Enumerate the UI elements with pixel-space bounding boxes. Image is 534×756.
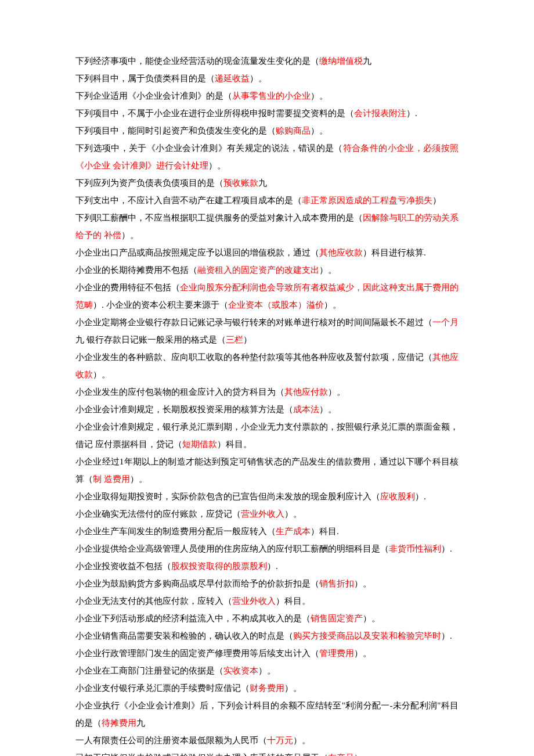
question-text: 九 — [258, 178, 267, 188]
text-line: 下列项目中，不属于小企业在进行企业所得税申报时需要提交资料的是（会计报表附注）. — [75, 105, 459, 122]
text-line: 小企业销售商品需要安装和检验的，确认收入的时点是（购买方接受商品以及安装和检验完… — [75, 627, 459, 645]
question-text: 小企业为鼓励购货方多购商品或尽早付款而给予的价款折扣是（ — [75, 579, 319, 588]
question-text: 小企业的费用特征不包括（ — [75, 283, 180, 292]
text-line: 小企业在工商部门注册登记的依据是（实收资本）。 — [75, 662, 459, 679]
question-text: 小企业定期将企业银行存款日记账记录与银行转来的对账单进行核对的时间间隔最长不超过… — [75, 318, 432, 327]
text-line: 小企业发生的各种赔款、应向职工收取的各种垫付款项等其他各种应收及暂付款项，应借记… — [75, 348, 459, 383]
question-text: 下列项目中，能同时引起资产和负债发生变化的是（ — [75, 126, 276, 135]
question-text: 小企业发生的各种赔款、应向职工收取的各种垫付款项等其他各种应收及暂付款项，应借记… — [75, 352, 432, 362]
question-text: 小企业确实无法偿付的应付账款，应贷记（ — [75, 509, 241, 519]
question-text: ）。 — [354, 649, 371, 658]
answer-text: 赊购商品 — [276, 126, 311, 135]
question-text: 小企业会计准则规定，长期股权投资采用的核算方法是（ — [75, 405, 293, 414]
question-text: 下列项目中，不属于小企业在进行企业所得税申报时需要提交资料的是（ — [75, 109, 354, 118]
question-text: 下列科目中，属于负债类科目的是（ — [75, 74, 215, 83]
question-text: 一人有限责任公司的注册资本最低限额为人民币（ — [75, 736, 267, 745]
answer-text: 短期借款 — [182, 440, 217, 449]
question-text: ）。 — [250, 74, 267, 83]
question-text: 下列选项中，关于《小企业会计准则》有关规定的说法，错误的是（ — [75, 143, 343, 153]
text-line: 小企业生产车间发生的制造费用分配后一般应转入（生产成本）科目. — [75, 523, 459, 540]
question-text: ）. 小企业的资本公积主要来源于（ — [93, 300, 228, 309]
text-line: 下列项目中，能同时引起资产和负债发生变化的是（赊购商品）。 — [75, 122, 459, 139]
question-text: ）科目。 — [276, 596, 311, 606]
answer-text: 制 造费用 — [93, 474, 130, 484]
answer-text: 待摊费用 — [102, 718, 136, 728]
question-text: ）. — [441, 631, 452, 640]
text-line: 小企业定期将企业银行存款日记账记录与银行转来的对账单进行核对的时间间隔最长不超过… — [75, 314, 459, 348]
text-line: 小企业的费用特征不包括（企业向股东分配利润也会导致所有者权益减少，因此这种支出属… — [75, 279, 459, 314]
answer-text: 从事零售业的小企业 — [232, 91, 311, 100]
text-line: 小企业确实无法偿付的应付账款，应贷记（营业外收入）。 — [75, 505, 459, 523]
text-line: 小企业会计准则规定，银行承兑汇票到期，小企业无力支付票款的，按照银行承兑汇票的票… — [75, 418, 459, 453]
question-text: ）。 — [328, 387, 345, 397]
question-text: 下列企业适用《小企业会计准则》的是（ — [75, 91, 232, 100]
question-text: ）。 — [311, 126, 328, 135]
text-line: 小企业提供给企业高级管理人员使用的住房应纳入的应付职工薪酬的明细科目是（非货币性… — [75, 540, 459, 557]
text-line: 一人有限责任公司的注册资本最低限额为人民币（十万元）。 — [75, 732, 459, 749]
question-text: 下列经济事项中，能使企业经营活动的现金流量发生变化的是（ — [75, 56, 319, 66]
question-text: ）。 — [284, 509, 302, 519]
question-text: 小企业提供给企业高级管理人员使用的住房应纳入的应付职工薪酬的明细科目是（ — [75, 544, 389, 553]
question-text: ）。 — [311, 91, 328, 100]
question-text: ） — [432, 196, 441, 205]
answer-text: 非正常原因造成的工程盘亏净损失 — [302, 196, 432, 205]
answer-text: 财务费用 — [250, 683, 284, 693]
answer-text: 股权投资取得的股票股利 — [171, 561, 267, 571]
question-text: ）. — [354, 753, 365, 756]
text-line: 小企业下列活动形成的经济利益流入中，不构成其收入的是（销售固定资产）。 — [75, 610, 459, 627]
document-page: 下列经济事项中，能使企业经营活动的现金流量发生变化的是（缴纳增值税九下列科目中，… — [0, 0, 534, 756]
question-text: 下列应列为资产负债表负债项目的是（ — [75, 178, 223, 188]
text-line: 小企业投资收益不包括（股权投资取得的股票股利）. — [75, 557, 459, 575]
answer-text: 三栏 — [226, 335, 243, 344]
text-line: 下列应列为资产负债表负债项目的是（预收账款九 — [75, 174, 459, 192]
answer-text: 销售固定资产 — [311, 614, 363, 623]
text-line: 已加工完毕但尚未检验或已检验但尚未办理入库手续的产品属于（在产品）. — [75, 749, 459, 756]
answer-text: 实收资本 — [223, 666, 258, 675]
answer-text: 在产品 — [328, 753, 354, 756]
question-text: ）。 — [354, 579, 371, 588]
question-text: ）. — [415, 492, 426, 501]
question-text: 小企业的长期待摊费用不包括（ — [75, 265, 197, 275]
question-text: ）。 — [93, 370, 110, 379]
question-text: 九 — [136, 718, 145, 728]
question-text: ）。 — [208, 161, 226, 170]
text-line: 下列经济事项中，能使企业经营活动的现金流量发生变化的是（缴纳增值税九 — [75, 52, 459, 70]
question-text: 小企业在工商部门注册登记的依据是（ — [75, 666, 223, 675]
answer-text: 缴纳增值税 — [319, 56, 363, 66]
answer-text: 会计报表附注 — [354, 109, 406, 118]
text-line: 小企业发生的应付包装物的租金应计入的贷方科目为（其他应付款）。 — [75, 383, 459, 401]
question-text: ）。 — [258, 666, 276, 675]
question-text: 小企业下列活动形成的经济利益流入中，不构成其收入的是（ — [75, 614, 311, 623]
text-line: 下列企业适用《小企业会计准则》的是（从事零售业的小企业）。 — [75, 87, 459, 105]
question-text: 小企业销售商品需要安装和检验的，确认收入的时点是（ — [75, 631, 293, 640]
question-text: ）科目进行核算. — [363, 248, 426, 257]
answer-text: 企业资本（或股本）溢价 — [228, 300, 324, 309]
answer-text: 营业外收入 — [232, 596, 276, 606]
answer-text: 成本法 — [293, 405, 319, 414]
answer-text: 一个月 — [432, 318, 459, 327]
text-line: 小企业无法支付的其他应付款，应转入（营业外收入）科目。 — [75, 592, 459, 610]
question-text: 小企业发生的应付包装物的租金应计入的贷方科目为（ — [75, 387, 284, 397]
answer-text: 融资租入的固定资产的改建支出 — [197, 265, 319, 275]
answer-text: 预收账款 — [223, 178, 258, 188]
question-text: ）。 — [293, 736, 311, 745]
answer-text: 营业外收入 — [241, 509, 284, 519]
question-text: ）. — [267, 561, 278, 571]
answer-text: 应收股利 — [380, 492, 415, 501]
question-text: ）。 — [324, 300, 341, 309]
question-text: ）. — [441, 544, 452, 553]
answer-text: 十万元 — [267, 736, 293, 745]
text-line: 小企业支付银行承兑汇票的手续费时应借记（财务费用）。 — [75, 679, 459, 697]
answer-text: 销售折扣 — [319, 579, 354, 588]
question-text: ）。 — [319, 405, 337, 414]
question-text: ）。 — [363, 614, 380, 623]
text-line: 小企业出口产品或商品按照规定应予以退回的增值税款，通过（其他应收款）科目进行核算… — [75, 244, 459, 261]
question-text: 九 — [363, 56, 371, 66]
answer-text: 生产成本 — [276, 527, 311, 536]
text-line: 小企业经过1年期以上的制造才能达到预定可销售状态的产品发生的借款费用，通过以下哪… — [75, 453, 459, 488]
question-text: 小企业行政管理部门发生的固定资产修理费用等后续支出计入（ — [75, 649, 319, 658]
answer-text: 非货币性福利 — [389, 544, 441, 553]
answer-text: 购买方接受商品以及安装和检验完毕时 — [293, 631, 441, 640]
question-text: ）科目。 — [217, 440, 252, 449]
question-text: ）。 — [121, 231, 139, 240]
